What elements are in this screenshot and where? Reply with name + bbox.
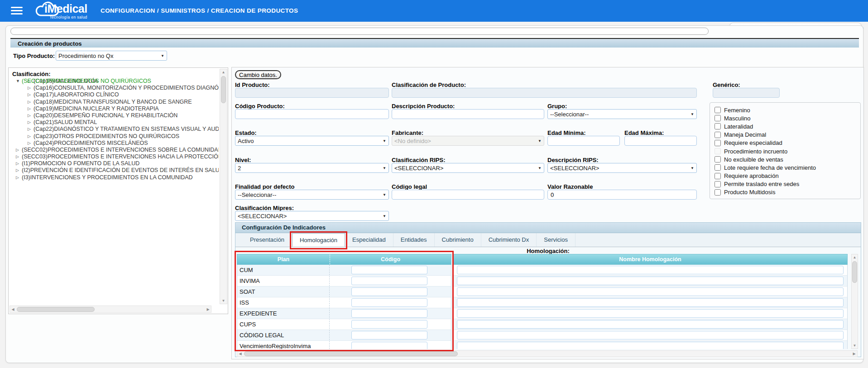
codigo-input[interactable]	[351, 277, 427, 285]
table-vscroll-thumb[interactable]	[852, 261, 857, 283]
tab-especialidad[interactable]: Especialidad	[345, 233, 393, 247]
tree-item[interactable]: ▷(Cap20)DESEMPEÑO FUNCIONAL Y REHABILITA…	[10, 112, 219, 119]
scroll-right-icon[interactable]: ▶	[205, 306, 211, 312]
codigo-input[interactable]	[351, 331, 427, 339]
flag-checkbox[interactable]	[715, 140, 721, 146]
tree-expander-icon[interactable]: ▼	[16, 78, 22, 85]
flag-checkbox[interactable]	[715, 123, 721, 129]
tree-expander-icon[interactable]: ▷	[16, 167, 22, 174]
tab-entidades[interactable]: Entidades	[393, 233, 435, 247]
nombre-homologacion-input[interactable]	[457, 277, 844, 285]
tree-expander-icon[interactable]: ▷	[28, 85, 34, 91]
tree-item[interactable]: ▷(Cap18)MEDICINA TRANSFUSIONAL Y BANCO D…	[10, 99, 219, 105]
scroll-left-icon[interactable]: ◀	[237, 351, 243, 357]
nombre-homologacion-input[interactable]	[457, 331, 844, 339]
valor-razonable-input[interactable]	[547, 190, 697, 200]
codigo-input[interactable]	[351, 342, 427, 349]
descripcion-producto-input[interactable]	[392, 109, 544, 119]
codigo-legal-input[interactable]	[392, 190, 544, 200]
flag-checkbox-row[interactable]: Lote requiere fecha de vencimiento	[715, 163, 860, 172]
tree-item[interactable]: ▷(SECC03)PROCEDIMIENTOS E INTERVENCIONES…	[10, 153, 219, 160]
codigo-input[interactable]	[351, 309, 427, 318]
codigo-input[interactable]	[351, 298, 427, 307]
tree-expander-icon[interactable]: ▷	[16, 160, 22, 167]
scroll-left-icon[interactable]: ◀	[10, 306, 16, 312]
tree-item[interactable]: ▷(I2)PREVENCIÓN E IDENTIFICACIÓN DE EVEN…	[10, 167, 219, 174]
tree-expander-icon[interactable]: ▷	[16, 174, 22, 181]
flag-checkbox-row[interactable]: Permite traslado entre sedes	[715, 180, 860, 188]
tree-item[interactable]: ▼(SECC01)PROCEDIMIENTOS NO QUIRÚRGICOS	[10, 78, 151, 85]
tree-item[interactable]: ▷(SECC02)PROCEDIMIENTOS E INTERVENCIONES…	[10, 147, 219, 153]
edad-minima-input[interactable]	[547, 136, 620, 146]
tree-expander-icon[interactable]: ▷	[28, 91, 34, 98]
tab-servicios[interactable]: Servicios	[537, 233, 575, 247]
flag-checkbox[interactable]	[715, 156, 721, 162]
cambio-datos-button[interactable]: Cambio datos.	[235, 70, 281, 79]
flag-checkbox-row[interactable]: Producto Multidosis	[715, 188, 860, 196]
codigo-input[interactable]	[351, 266, 427, 274]
tree-expander-icon[interactable]: ▷	[28, 112, 34, 119]
tree-expander-icon[interactable]: ▷	[28, 105, 34, 112]
nombre-homologacion-input[interactable]	[457, 266, 844, 274]
finalidad-select[interactable]: --Seleccionar--	[235, 190, 389, 200]
tab-cubrimiento-dx[interactable]: Cubrimiento Dx	[481, 233, 537, 247]
tree-vertical-scrollbar[interactable]: ▲ ▼	[220, 69, 227, 304]
tree-item[interactable]: ▷(Cap19)MEDICINA NUCLEAR Y RADIOTERAPIA	[10, 105, 219, 112]
flag-checkbox[interactable]	[715, 181, 721, 187]
tab-cubrimiento[interactable]: Cubrimiento	[435, 233, 481, 247]
tipo-producto-select[interactable]: Procedimiento no Qx	[56, 51, 167, 61]
menu-icon[interactable]	[11, 7, 23, 15]
tree-item[interactable]: ▷(Cap24)PROCEDIMIENTOS MISCELÁNEOS	[10, 140, 219, 147]
flag-checkbox[interactable]	[715, 107, 721, 113]
flag-checkbox-row[interactable]: Masculino	[715, 114, 860, 122]
tree-expander-icon[interactable]: ▷	[28, 126, 34, 133]
tab-presentación[interactable]: Presentación	[243, 233, 292, 247]
scroll-up-icon[interactable]: ▲	[221, 69, 226, 75]
nombre-homologacion-input[interactable]	[457, 320, 844, 329]
grupo-select[interactable]: --Seleccionar--	[547, 109, 697, 119]
descripcion-rips-select[interactable]: <SELECCIONAR>	[547, 163, 697, 173]
nombre-homologacion-input[interactable]	[457, 287, 844, 296]
scroll-down-icon[interactable]: ▼	[221, 298, 226, 304]
tree-vscroll-thumb[interactable]	[221, 76, 226, 103]
nombre-homologacion-input[interactable]	[457, 309, 844, 318]
tree-item[interactable]: ▷(I3)INTERVENCIONES Y PROCEDIMIENTOS EN …	[10, 174, 219, 181]
tree-expander-icon[interactable]: ▷	[28, 140, 34, 147]
clasificacion-mipres-select[interactable]: <SELECCIONAR>	[235, 211, 389, 221]
tree-item[interactable]: ▷(Cap23)OTROS PROCEDIMIENTOS NO QUIRÚRGI…	[10, 133, 219, 140]
tree-horizontal-scrollbar[interactable]: ◀ ▶	[10, 306, 211, 313]
codigo-input[interactable]	[351, 320, 427, 329]
flag-checkbox-row[interactable]: Requiere aprobación	[715, 172, 860, 180]
flag-checkbox-row[interactable]: Femenino	[715, 106, 860, 114]
tree-item[interactable]: ▷(Cap17)LABORATORIO CLÍNICO	[10, 91, 219, 98]
flag-checkbox-row[interactable]: Procedimiento incruento	[715, 147, 860, 155]
nombre-homologacion-input[interactable]	[457, 342, 844, 349]
tree-item[interactable]: ▷(Cap22)DIAGNÓSTICO Y TRATAMIENTO EN SIS…	[10, 126, 219, 133]
tree-hscroll-thumb[interactable]	[17, 307, 95, 312]
tree-expander-icon[interactable]: ▷	[16, 147, 22, 153]
flag-checkbox-row[interactable]: Requiere especialidad	[715, 139, 860, 147]
estado-select[interactable]: Activo	[235, 136, 389, 146]
tree-item[interactable]: ▷(I1)PROMOCION O FOMENTO DE LA SALUD	[10, 160, 219, 167]
tree-expander-icon[interactable]: ▷	[28, 99, 34, 105]
flag-checkbox-row[interactable]: No excluible de ventas	[715, 155, 860, 163]
flag-checkbox[interactable]	[715, 115, 721, 121]
table-vertical-scrollbar[interactable]: ▲ ▼	[851, 254, 858, 349]
tree-item[interactable]: ▷(Cap21)SALUD MENTAL	[10, 119, 219, 126]
flag-checkbox-row[interactable]: Lateralidad	[715, 122, 860, 130]
flag-checkbox[interactable]	[715, 189, 721, 196]
flag-checkbox-row[interactable]: Maneja Decimal	[715, 131, 860, 139]
scroll-up-icon[interactable]: ▲	[852, 254, 858, 260]
flag-checkbox[interactable]	[715, 164, 721, 171]
nombre-homologacion-input[interactable]	[457, 298, 844, 307]
tree-expander-icon[interactable]: ▷	[28, 119, 34, 126]
codigo-producto-input[interactable]	[235, 109, 389, 119]
edad-maxima-input[interactable]	[624, 136, 697, 146]
table-hscroll-thumb[interactable]	[244, 351, 458, 356]
tree-expander-icon[interactable]: ▷	[16, 153, 22, 160]
codigo-input[interactable]	[351, 287, 427, 296]
nivel-select[interactable]: 2	[235, 163, 389, 173]
scroll-right-icon[interactable]: ▶	[851, 351, 857, 357]
scroll-down-icon[interactable]: ▼	[852, 343, 858, 349]
flag-checkbox[interactable]	[715, 132, 721, 138]
